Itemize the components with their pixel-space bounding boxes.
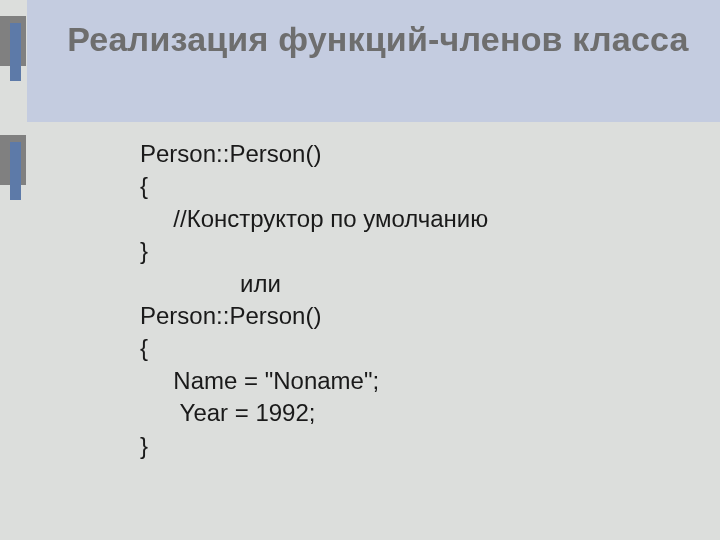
decor-bar <box>10 142 21 200</box>
code-line: //Конструктор по умолчанию <box>140 203 488 235</box>
code-line: Year = 1992; <box>140 397 488 429</box>
code-line: Person::Person() <box>140 300 488 332</box>
slide: Реализация функций-членов класса Person:… <box>0 0 720 540</box>
decor-bar <box>10 23 21 81</box>
code-line: Person::Person() <box>140 138 488 170</box>
code-line: { <box>140 170 488 202</box>
or-separator: или <box>140 268 488 300</box>
code-block: Person::Person() { //Конструктор по умол… <box>140 138 488 462</box>
code-line: } <box>140 430 488 462</box>
code-line: Name = "Noname"; <box>140 365 488 397</box>
code-line: } <box>140 235 488 267</box>
code-line: { <box>140 332 488 364</box>
slide-title: Реализация функций-членов класса <box>66 18 690 61</box>
